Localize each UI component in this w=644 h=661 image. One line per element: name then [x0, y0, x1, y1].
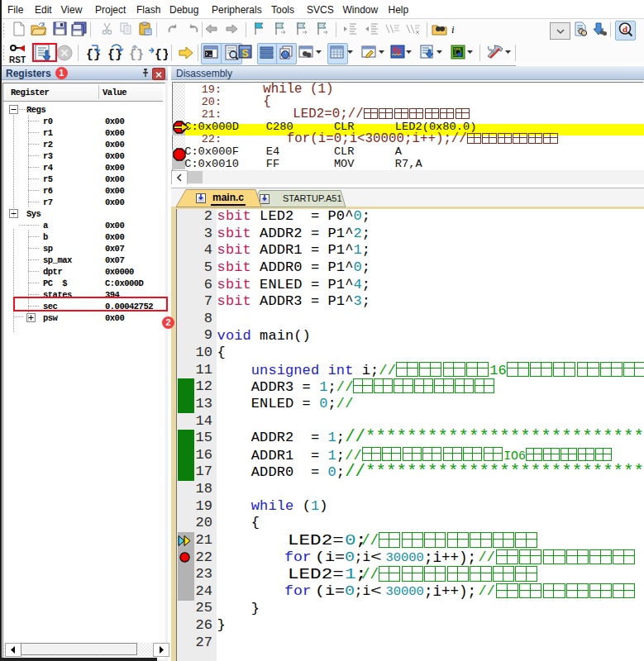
svg-text:{}: {} — [129, 48, 144, 62]
svg-text:{}: {} — [155, 48, 168, 62]
svg-text:{}: {} — [86, 48, 101, 62]
svg-text:d: d — [623, 24, 627, 34]
svg-text:S: S — [241, 48, 248, 59]
svg-text:RST: RST — [9, 55, 26, 64]
